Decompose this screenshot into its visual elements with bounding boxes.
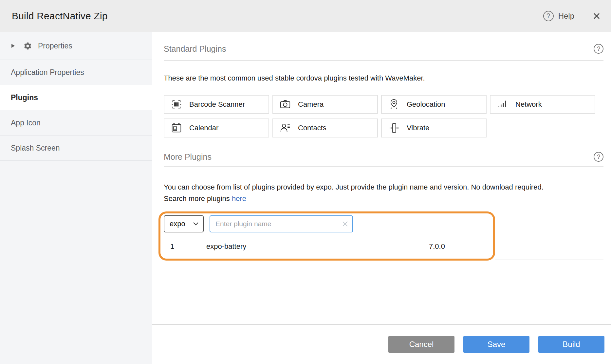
search-more-link[interactable]: here [232, 194, 246, 203]
save-button[interactable]: Save [463, 336, 529, 353]
plugin-card-label: Geolocation [407, 100, 445, 109]
plugin-card-label: Barcode Scanner [189, 100, 245, 109]
help-button[interactable]: ? Help [543, 11, 574, 21]
chevron-down-icon [193, 222, 199, 226]
calendar-icon: 1 [170, 122, 183, 134]
plugin-card-calendar[interactable]: 1 Calendar [164, 118, 269, 137]
plugin-card-camera[interactable]: Camera [272, 95, 378, 114]
calendar-day-number: 1 [174, 127, 176, 130]
highlight-ring: expo [158, 211, 495, 261]
caret-right-icon [11, 43, 15, 48]
plugin-source-select[interactable]: expo [164, 215, 204, 232]
help-icon: ? [543, 11, 554, 21]
plugin-name-input[interactable] [210, 215, 353, 232]
sidebar: Properties Application Properties Plugin… [0, 32, 152, 364]
close-icon [592, 11, 602, 21]
sidebar-item-app-icon[interactable]: App Icon [0, 110, 152, 136]
plugin-card-contacts[interactable]: Contacts [272, 118, 378, 137]
build-reactnative-zip-dialog: Build ReactNative Zip ? Help [0, 0, 611, 364]
standard-plugins-grid: Barcode Scanner Camera [164, 95, 603, 137]
plugins-panel: Standard Plugins ? These are the most co… [152, 32, 611, 364]
sidebar-item-label: App Icon [11, 118, 41, 127]
plugin-card-barcode-scanner[interactable]: Barcode Scanner [164, 95, 269, 114]
camera-icon [279, 98, 291, 111]
sidebar-item-label: Application Properties [11, 68, 84, 77]
plugin-card-label: Calendar [189, 124, 218, 132]
barcode-icon [170, 98, 183, 111]
sidebar-item-label: Plugins [11, 93, 38, 102]
search-more-prefix: Search more plugins [164, 194, 232, 203]
sidebar-item-label: Properties [38, 42, 72, 50]
page-title: Build ReactNative Zip [12, 10, 108, 22]
plugin-card-label: Contacts [298, 124, 326, 132]
added-plugin-row: 1 expo-battery 7.0.0 [164, 242, 493, 251]
plugin-card-label: Vibrate [407, 124, 429, 132]
plugin-card-vibrate[interactable]: Vibrate [381, 118, 487, 137]
plugin-row-version: 7.0.0 [429, 242, 445, 251]
plugin-entry-zone: expo [164, 211, 603, 268]
cancel-button[interactable]: Cancel [388, 336, 454, 353]
sidebar-item-splash-screen[interactable]: Splash Screen [0, 136, 152, 161]
geolocation-icon [388, 98, 400, 111]
plugin-card-label: Network [515, 100, 542, 109]
more-plugins-description-text: You can choose from list of plugins prov… [164, 183, 544, 191]
sidebar-item-label: Splash Screen [11, 144, 60, 153]
plugin-card-label: Camera [298, 100, 324, 109]
build-button[interactable]: Build [538, 336, 604, 353]
clear-input-icon[interactable] [341, 220, 349, 228]
close-button[interactable] [591, 10, 602, 22]
plugin-card-geolocation[interactable]: Geolocation [381, 95, 487, 114]
more-plugins-title: More Plugins [164, 152, 212, 162]
dialog-footer: Cancel Save Build [152, 324, 611, 364]
gear-icon [23, 42, 32, 50]
network-icon [496, 98, 509, 111]
sidebar-item-properties[interactable]: Properties [0, 32, 152, 60]
sidebar-item-application-properties[interactable]: Application Properties [0, 60, 152, 85]
standard-plugins-help-icon[interactable]: ? [594, 44, 603, 54]
contacts-icon [279, 122, 291, 134]
section-divider [164, 60, 603, 61]
standard-plugins-title: Standard Plugins [164, 44, 226, 54]
vibrate-icon [388, 122, 400, 134]
row-divider [495, 260, 603, 260]
help-label: Help [558, 11, 574, 21]
plugin-source-value: expo [170, 220, 185, 228]
section-divider [164, 166, 603, 167]
standard-plugins-description: These are the most common used stable co… [164, 74, 603, 82]
plugin-row-index: 1 [170, 242, 206, 251]
more-plugins-description: You can choose from list of plugins prov… [164, 181, 603, 204]
titlebar: Build ReactNative Zip ? Help [0, 0, 611, 32]
plugin-row-name: expo-battery [206, 242, 429, 251]
more-plugins-help-icon[interactable]: ? [594, 152, 603, 162]
sidebar-item-plugins[interactable]: Plugins [0, 85, 152, 110]
plugin-card-network[interactable]: Network [490, 95, 595, 114]
